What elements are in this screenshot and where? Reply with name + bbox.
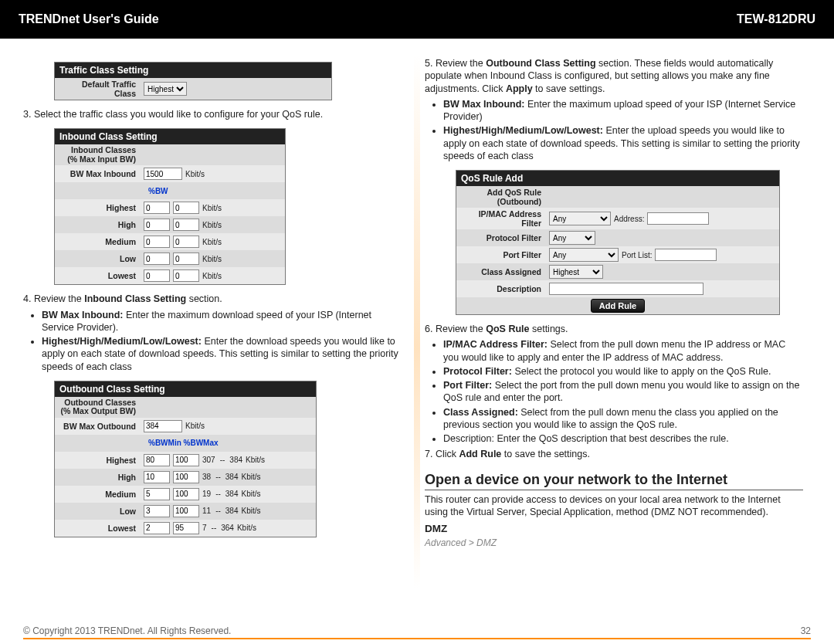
dash: -- — [214, 473, 222, 481]
outbound-row: Lowest7--364Kbit/s — [55, 520, 316, 537]
inbound-row: LowestKbit/s — [55, 267, 285, 284]
pctbw-label: %BW — [59, 187, 168, 195]
row-input-a[interactable] — [144, 454, 170, 466]
step-6-text: 6. Review the QoS Rule settings. — [425, 323, 803, 335]
pctbw-min-max-label: %BWMin %BWMax — [59, 439, 219, 447]
row-label: Lowest — [59, 271, 141, 280]
add-rule-button[interactable]: Add Rule — [591, 299, 645, 313]
row-label: Highest — [59, 203, 141, 212]
panel-title: Inbound Class Setting — [55, 129, 285, 144]
unit-label: Kbit/s — [185, 170, 205, 178]
section-open-device: Open a device on your network to the Int… — [425, 472, 803, 490]
bullet-ipmac-filter: IP/MAC Address Filter: Select from the p… — [443, 338, 803, 364]
port-filter-select[interactable]: Any — [549, 248, 619, 262]
row-label: Low — [59, 507, 141, 516]
row-input-a[interactable] — [144, 269, 170, 282]
row-input-b[interactable] — [173, 471, 199, 483]
row-input-b[interactable] — [173, 488, 199, 500]
inbound-row: HighestKbit/s — [55, 199, 285, 216]
row-input-b[interactable] — [173, 236, 199, 248]
bullet-port-filter: Port Filter: Select the port from the pu… — [443, 379, 803, 405]
port-list-input[interactable] — [655, 249, 717, 261]
panel-title: Traffic Class Setting — [55, 63, 331, 78]
inbound-row: LowKbit/s — [55, 250, 285, 267]
unit-label: Kbit/s — [202, 255, 222, 263]
calc-max: 384 — [229, 456, 242, 464]
class-assigned-select[interactable]: Highest — [549, 265, 603, 279]
breadcrumb: Advanced > DMZ — [425, 537, 803, 550]
row-input-a[interactable] — [144, 488, 170, 500]
calc-min: 11 — [202, 507, 211, 515]
copyright: © Copyright 2013 TRENDnet. All Rights Re… — [23, 625, 231, 636]
decorative-gradient — [414, 54, 420, 588]
protocol-filter-select[interactable]: Any — [549, 231, 595, 245]
row-input-b[interactable] — [173, 202, 199, 214]
unit-label: Kbit/s — [237, 524, 256, 532]
row-label: High — [59, 220, 141, 229]
unit-label: Kbit/s — [202, 238, 222, 246]
description-input[interactable] — [549, 283, 703, 295]
bullet-protocol-filter: Protocol Filter: Select the protocol you… — [443, 365, 803, 378]
row-input-a[interactable] — [144, 505, 170, 517]
row-input-b[interactable] — [173, 253, 199, 265]
class-assigned-label: Class Assigned — [461, 267, 546, 276]
default-traffic-class-select[interactable]: Highest — [144, 82, 187, 96]
unit-label: Kbit/s — [241, 473, 260, 481]
calc-max: 384 — [225, 473, 239, 481]
row-label: Medium — [59, 490, 141, 499]
unit-label: Kbit/s — [241, 490, 260, 498]
ipmac-filter-label: IP/MAC Address Filter — [461, 209, 546, 228]
calc-min: 38 — [202, 473, 211, 481]
unit-label: Kbit/s — [202, 272, 222, 280]
row-input-a[interactable] — [144, 219, 170, 231]
step-4-text: 4. Review the Inbound Class Setting sect… — [23, 293, 402, 305]
row-input-a[interactable] — [144, 202, 170, 214]
row-label: Medium — [59, 237, 141, 246]
row-input-a[interactable] — [144, 522, 170, 534]
outbound-row: Highest307--384Kbit/s — [55, 452, 316, 469]
row-input-b[interactable] — [173, 522, 199, 534]
description-label: Description — [461, 284, 546, 293]
unit-label: Kbit/s — [202, 204, 222, 212]
calc-max: 364 — [221, 524, 234, 532]
row-input-b[interactable] — [173, 454, 199, 466]
bw-max-outbound-input[interactable] — [144, 420, 182, 432]
row-input-a[interactable] — [144, 253, 170, 265]
left-column: Traffic Class Setting Default Traffic Cl… — [23, 54, 402, 596]
unit-label: Kbit/s — [202, 221, 222, 229]
ipmac-filter-select[interactable]: Any — [549, 212, 611, 225]
row-label: High — [59, 473, 141, 482]
step-3-text: 3. Select the traffic class you would li… — [23, 108, 402, 120]
address-input[interactable] — [647, 212, 709, 225]
address-label: Address: — [614, 215, 644, 223]
panel-title: Outbound Class Setting — [55, 381, 316, 397]
bullet-priority-speeds-right: Highest/High/Medium/Low/Lowest: Enter th… — [443, 124, 803, 162]
unit-label: Kbit/s — [185, 422, 205, 430]
calc-max: 384 — [225, 507, 239, 515]
outbound-classes-heading: Outbound Classes (% Max Output BW) — [59, 398, 141, 416]
bullet-description: Description: Enter the QoS description t… — [443, 432, 803, 445]
row-input-a[interactable] — [144, 471, 170, 483]
bullet-priority-speeds: Highest/High/Medium/Low/Lowest: Enter th… — [42, 335, 402, 373]
outbound-row: Low11--384Kbit/s — [55, 503, 316, 520]
guide-title: TRENDnet User's Guide — [19, 12, 159, 26]
row-input-b[interactable] — [173, 269, 199, 282]
step-5-text: 5. Review the Outbound Class Setting sec… — [425, 57, 803, 95]
row-input-b[interactable] — [173, 219, 199, 231]
bw-max-inbound-input[interactable] — [144, 168, 182, 180]
calc-min: 19 — [202, 490, 211, 498]
page-header: TRENDnet User's Guide TEW-812DRU — [0, 8, 834, 31]
bullet-class-assigned: Class Assigned: Select from the pull dow… — [443, 406, 803, 432]
bullet-bw-max-inbound: BW Max Inbound: Enter the maximum downlo… — [42, 309, 402, 334]
inbound-classes-heading: Inbound Classes (% Max Input BW) — [59, 146, 141, 164]
dash: -- — [214, 490, 222, 498]
calc-max: 384 — [225, 490, 239, 498]
dash: -- — [214, 507, 222, 515]
right-column: 5. Review the Outbound Class Setting sec… — [425, 54, 803, 596]
outbound-class-setting-panel: Outbound Class Setting Outbound Classes … — [54, 381, 317, 537]
dash: -- — [210, 524, 219, 532]
row-input-b[interactable] — [173, 505, 199, 517]
page-number: 32 — [801, 625, 811, 636]
row-label: Highest — [59, 456, 141, 465]
row-input-a[interactable] — [144, 236, 170, 248]
